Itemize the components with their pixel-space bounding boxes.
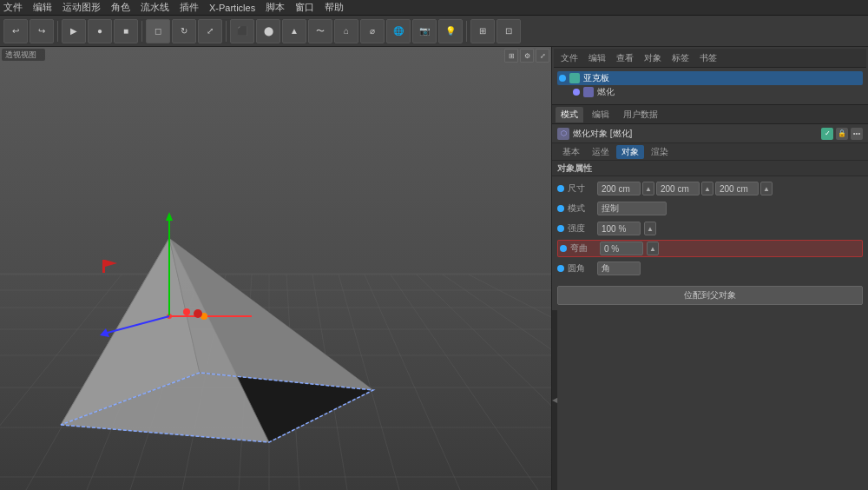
prop-mode-label: 模式 [568, 202, 594, 215]
resize-handle[interactable] [552, 310, 557, 490]
prop-size-z-spin[interactable]: ▲ [760, 182, 773, 195]
hier-item-1-icon [583, 87, 594, 97]
prop-subtab-transform[interactable]: 运坐 [587, 145, 615, 159]
hier-item-0[interactable]: 亚克板 [557, 71, 863, 85]
main-layout: 透视视图 ⊞ ⚙ ⤢ 文件 编辑 查看 对象 标签 书签 [0, 47, 868, 490]
prop-section-title: 对象属性 [552, 161, 868, 176]
tool-play[interactable]: ▶ [62, 19, 86, 43]
prop-round-value[interactable]: 角 [597, 262, 641, 275]
hier-item-0-label: 亚克板 [583, 72, 609, 84]
menu-item-script[interactable]: 脚本 [266, 1, 285, 14]
menu-item-help[interactable]: 帮助 [325, 1, 344, 14]
tool-scale[interactable]: ⤢ [198, 19, 222, 43]
menu-item-edit[interactable]: 编辑 [33, 1, 52, 14]
prop-header-lock-btn[interactable]: 🔒 [836, 128, 848, 140]
right-panel: 文件 编辑 查看 对象 标签 书签 亚克板 燃化 [551, 47, 868, 490]
prop-row-strength: 强度 100 % ▲ [557, 220, 863, 237]
menu-item-plugins[interactable]: 插件 [180, 1, 199, 14]
tool-nurbs[interactable]: ⌂ [334, 19, 358, 43]
tool-record[interactable]: ● [88, 19, 112, 43]
prop-tab-userdata[interactable]: 用户数据 [618, 107, 663, 122]
hier-tab-object[interactable]: 对象 [641, 52, 665, 64]
tool-light[interactable]: 💡 [438, 19, 463, 43]
prop-size-label: 尺寸 [568, 182, 594, 195]
tool-deform[interactable]: ⌀ [360, 19, 385, 43]
tool-select-live[interactable]: ◻ [146, 19, 170, 43]
tool-sphere[interactable]: ⬤ [256, 19, 280, 43]
prop-size-x[interactable]: 200 cm [597, 182, 641, 195]
prop-round-dot[interactable] [557, 265, 564, 272]
menu-item-mograph[interactable]: 运动图形 [62, 1, 101, 14]
prop-header-enable-btn[interactable]: ✓ [821, 128, 833, 140]
prop-size-y[interactable]: 200 cm [656, 182, 700, 195]
tool-grid[interactable]: ⊞ [470, 19, 495, 43]
svg-point-39 [194, 309, 202, 318]
tool-cube[interactable]: ⬛ [230, 19, 254, 43]
hier-item-1[interactable]: 燃化 [557, 85, 863, 99]
confirm-button[interactable]: 位配到父对象 [557, 286, 863, 305]
menu-item-pipeline[interactable]: 流水线 [141, 1, 169, 14]
prop-tab-mode[interactable]: 模式 [556, 107, 583, 122]
prop-strength-label: 强度 [568, 222, 594, 235]
prop-subtab-object[interactable]: 对象 [616, 145, 644, 159]
menu-item-xparticles[interactable]: X-Particles [209, 3, 255, 13]
prop-bend-value[interactable]: 0 % [600, 242, 643, 255]
menu-bar: 文件 编辑 运动图形 角色 流水线 插件 X-Particles 脚本 窗口 帮… [0, 0, 868, 16]
hier-tab-view[interactable]: 查看 [613, 52, 637, 64]
tool-camera[interactable]: 📷 [412, 19, 437, 43]
prop-size-y-spin[interactable]: ▲ [701, 182, 713, 195]
prop-header-dots-btn[interactable]: ••• [851, 128, 863, 140]
toolbar-separator-3 [226, 21, 227, 42]
tool-cone[interactable]: ▲ [282, 19, 306, 43]
prop-subtab-basic[interactable]: 基本 [557, 145, 585, 159]
menu-item-character[interactable]: 角色 [111, 1, 130, 14]
svg-text:透视视图: 透视视图 [5, 50, 36, 59]
prop-header-icon: ⬡ [557, 128, 569, 140]
prop-strength-dot[interactable] [557, 225, 564, 232]
hier-item-0-icon [569, 73, 580, 83]
hier-tab-bookmark[interactable]: 书签 [696, 52, 720, 64]
prop-strength-value[interactable]: 100 % [597, 222, 641, 235]
prop-row-size: 尺寸 200 cm ▲ 200 cm ▲ 200 cm ▲ [557, 180, 863, 197]
hierarchy-panel: 文件 编辑 查看 对象 标签 书签 亚克板 燃化 [552, 47, 868, 105]
prop-header: ⬡ 燃化对象 [燃化] ✓ 🔒 ••• [552, 124, 868, 143]
prop-bend-label: 弯曲 [570, 242, 596, 255]
tool-redo[interactable]: ↪ [30, 19, 54, 43]
prop-size-x-spin[interactable]: ▲ [642, 182, 654, 195]
prop-mode-value[interactable]: 捏制 [597, 202, 667, 215]
vp-lock-btn[interactable]: ⊞ [504, 49, 518, 63]
tool-spline[interactable]: 〜 [308, 19, 332, 43]
tool-rotate[interactable]: ↻ [172, 19, 196, 43]
toolbar-separator-1 [57, 21, 58, 42]
menu-item-window[interactable]: 窗口 [295, 1, 314, 14]
prop-tab-edit[interactable]: 编辑 [587, 107, 615, 122]
prop-bend-spin[interactable]: ▲ [647, 242, 659, 255]
properties-panel: 模式 编辑 用户数据 ⬡ 燃化对象 [燃化] ✓ 🔒 ••• 基本 运坐 对象 … [552, 105, 868, 310]
prop-subtab-render[interactable]: 渲染 [646, 145, 674, 159]
prop-bend-dot[interactable] [560, 245, 567, 252]
hier-tab-file[interactable]: 文件 [557, 52, 582, 64]
prop-size-z[interactable]: 200 cm [715, 182, 759, 195]
viewport[interactable]: 透视视图 ⊞ ⚙ ⤢ [0, 47, 551, 490]
tool-undo[interactable]: ↩ [3, 19, 28, 43]
vp-settings-btn[interactable]: ⚙ [520, 49, 534, 63]
prop-subtabs: 基本 运坐 对象 渲染 [552, 143, 868, 161]
prop-mode-dot[interactable] [557, 205, 564, 212]
tool-snap[interactable]: ⊡ [496, 19, 521, 43]
vp-maximize-btn[interactable]: ⤢ [536, 49, 549, 63]
prop-size-dot[interactable] [557, 185, 564, 192]
hierarchy-toolbar: 文件 编辑 查看 对象 标签 书签 [554, 49, 866, 68]
toolbar-separator-4 [466, 21, 467, 42]
prop-row-mode: 模式 捏制 [557, 200, 863, 217]
prop-header-label: 燃化对象 [燃化] [573, 128, 632, 140]
menu-item-file[interactable]: 文件 [3, 1, 23, 14]
prop-row-bend: 弯曲 0 % ▲ [557, 240, 863, 257]
hier-tab-edit[interactable]: 编辑 [585, 52, 609, 64]
prop-size-fields: 200 cm ▲ 200 cm ▲ 200 cm ▲ [597, 182, 773, 195]
hier-tab-tag[interactable]: 标签 [668, 52, 693, 64]
tool-stop[interactable]: ■ [114, 19, 138, 43]
hier-item-0-dot [559, 75, 566, 82]
prop-strength-spin[interactable]: ▲ [644, 222, 656, 235]
hier-item-1-dot [573, 89, 580, 96]
tool-env[interactable]: 🌐 [386, 19, 411, 43]
